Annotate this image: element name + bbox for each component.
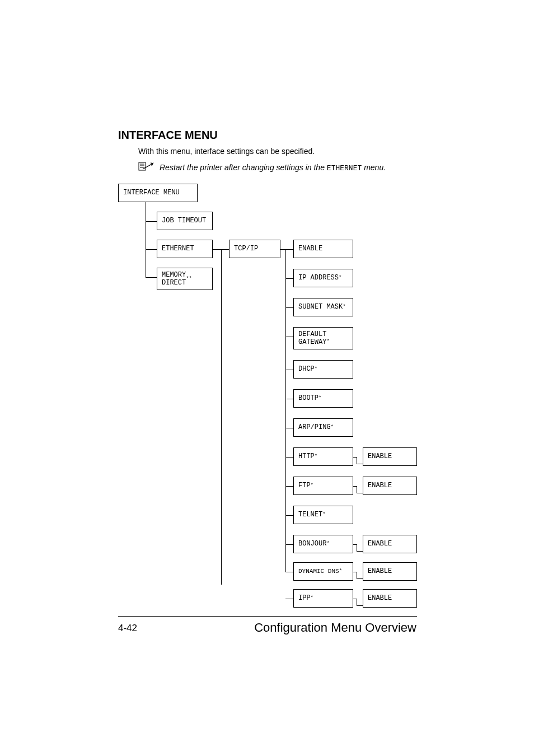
note-mono: ETHERNET — [327, 164, 362, 172]
box-telnet: TELNET* — [293, 506, 353, 524]
connector — [357, 578, 363, 579]
connector — [357, 464, 363, 464]
note-row: Restart the printer after changing setti… — [138, 161, 386, 174]
box-tcpip: TCP/IP — [229, 240, 280, 258]
memory-direct-text: MEMORY DIRECT — [162, 271, 186, 287]
connector — [146, 202, 146, 278]
box-enable-ftp: ENABLE — [363, 477, 417, 495]
http-text: HTTP — [298, 452, 315, 460]
connector — [357, 457, 357, 464]
footer-rule — [118, 616, 417, 617]
dhcp-text: DHCP — [298, 365, 315, 373]
arp-ping-text: ARP/PING — [298, 423, 331, 431]
intro-text: With this menu, interface settings can b… — [138, 147, 315, 156]
connector — [285, 572, 293, 572]
connector — [357, 605, 363, 606]
box-enable-bonjour: ENABLE — [363, 535, 417, 553]
bonjour-text: BONJOUR — [298, 540, 326, 548]
note-suffix: menu. — [362, 163, 386, 172]
box-subnet-mask: SUBNET MASK* — [293, 298, 353, 316]
connector — [213, 249, 221, 250]
box-ipp: IPP* — [293, 589, 353, 608]
connector — [285, 249, 293, 250]
note-prefix: Restart the printer after changing setti… — [160, 163, 327, 172]
connector — [146, 249, 157, 250]
connector — [357, 551, 363, 552]
box-dynamic-dns: DYNAMIC DNS* — [293, 562, 353, 581]
box-ftp: FTP* — [293, 477, 353, 495]
telnet-text: TELNET — [298, 511, 322, 519]
connector — [146, 221, 157, 222]
connector — [357, 493, 363, 493]
box-enable: ENABLE — [293, 240, 353, 258]
connector — [285, 337, 293, 337]
dynamic-dns-text: DYNAMIC DNS — [298, 568, 339, 575]
box-dhcp: DHCP* — [293, 360, 353, 379]
bootp-text: BOOTP — [298, 394, 318, 402]
connector — [285, 399, 293, 399]
box-job-timeout: JOB TIMEOUT — [157, 212, 213, 230]
box-arp-ping: ARP/PING* — [293, 418, 353, 437]
connector — [285, 428, 293, 428]
connector — [146, 277, 157, 278]
box-bonjour: BONJOUR* — [293, 535, 353, 553]
connector — [357, 599, 357, 605]
box-interface-menu: INTERFACE MENU — [118, 184, 198, 202]
ip-address-text: IP ADDRESS — [298, 274, 339, 282]
connector — [285, 370, 293, 370]
connector — [357, 572, 357, 578]
page-number: 4-42 — [118, 623, 137, 634]
footer-title: Configuration Menu Overview — [254, 620, 416, 635]
connector — [285, 307, 293, 308]
box-ethernet: ETHERNET — [157, 240, 213, 258]
connector — [357, 486, 357, 493]
box-memory-direct: MEMORY DIRECT** — [157, 268, 213, 290]
box-bootp: BOOTP* — [293, 389, 353, 408]
connector — [357, 544, 357, 551]
connector — [285, 457, 293, 458]
connector — [285, 515, 293, 516]
box-enable-http: ENABLE — [363, 447, 417, 466]
note-icon — [138, 161, 154, 174]
connector — [285, 486, 293, 487]
box-ip-address: IP ADDRESS* — [293, 269, 353, 287]
connector — [280, 249, 285, 250]
ipp-text: IPP — [298, 594, 311, 602]
box-default-gateway: DEFAULT GATEWAY* — [293, 327, 353, 349]
connector — [285, 599, 293, 599]
connector — [285, 278, 293, 279]
connector — [285, 544, 293, 545]
box-enable-dyndns: ENABLE — [363, 562, 417, 581]
note-text: Restart the printer after changing setti… — [160, 163, 386, 172]
connector — [285, 249, 286, 572]
section-heading: INTERFACE MENU — [118, 129, 218, 142]
default-gateway-text: DEFAULT GATEWAY — [298, 330, 326, 347]
svg-rect-0 — [139, 162, 146, 170]
connector — [221, 249, 222, 585]
ftp-text: FTP — [298, 482, 311, 489]
subnet-mask-text: SUBNET MASK — [298, 303, 343, 311]
box-http: HTTP* — [293, 447, 353, 466]
connector — [221, 249, 229, 250]
box-enable-ipp: ENABLE — [363, 589, 417, 608]
